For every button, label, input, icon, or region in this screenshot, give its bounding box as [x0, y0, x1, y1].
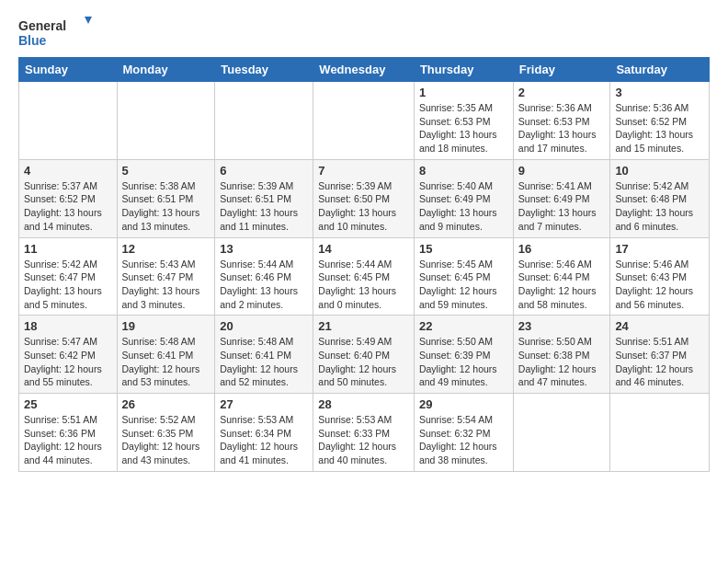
day-number: 2 [518, 86, 606, 99]
day-info: Sunrise: 5:36 AM Sunset: 6:52 PM Dayligh… [615, 101, 704, 155]
day-number: 11 [24, 242, 112, 256]
day-info: Sunrise: 5:39 AM Sunset: 6:51 PM Dayligh… [220, 179, 308, 234]
calendar-cell [513, 394, 610, 472]
day-number: 9 [518, 164, 606, 178]
day-number: 22 [419, 319, 508, 333]
day-header-wednesday: Wednesday [313, 58, 415, 82]
calendar-cell: 22Sunrise: 5:50 AM Sunset: 6:39 PM Dayli… [414, 316, 513, 394]
day-number: 29 [419, 397, 508, 411]
day-number: 24 [615, 319, 704, 333]
logo: General Blue [18, 15, 92, 52]
calendar-cell: 28Sunrise: 5:53 AM Sunset: 6:33 PM Dayli… [313, 394, 415, 472]
day-info: Sunrise: 5:42 AM Sunset: 6:48 PM Dayligh… [615, 179, 704, 234]
calendar-cell: 14Sunrise: 5:44 AM Sunset: 6:45 PM Dayli… [313, 237, 415, 316]
day-number: 18 [24, 319, 112, 333]
day-info: Sunrise: 5:48 AM Sunset: 6:41 PM Dayligh… [220, 335, 308, 389]
day-header-sunday: Sunday [19, 58, 118, 82]
calendar: SundayMondayTuesdayWednesdayThursdayFrid… [18, 57, 710, 472]
day-header-monday: Monday [117, 58, 215, 82]
calendar-cell: 5Sunrise: 5:38 AM Sunset: 6:51 PM Daylig… [117, 159, 215, 237]
day-number: 12 [122, 242, 210, 256]
calendar-cell: 18Sunrise: 5:47 AM Sunset: 6:42 PM Dayli… [19, 316, 118, 394]
day-info: Sunrise: 5:46 AM Sunset: 6:44 PM Dayligh… [518, 258, 606, 312]
calendar-cell: 20Sunrise: 5:48 AM Sunset: 6:41 PM Dayli… [215, 316, 313, 394]
day-number: 26 [122, 397, 210, 411]
calendar-cell: 11Sunrise: 5:42 AM Sunset: 6:47 PM Dayli… [19, 237, 118, 316]
calendar-cell: 21Sunrise: 5:49 AM Sunset: 6:40 PM Dayli… [313, 316, 415, 394]
day-number: 6 [220, 164, 308, 178]
day-number: 16 [518, 242, 606, 256]
day-info: Sunrise: 5:41 AM Sunset: 6:49 PM Dayligh… [518, 179, 606, 234]
day-number: 7 [318, 164, 409, 178]
day-number: 20 [220, 319, 308, 333]
day-number: 21 [318, 319, 409, 333]
day-info: Sunrise: 5:47 AM Sunset: 6:42 PM Dayligh… [24, 335, 112, 389]
day-info: Sunrise: 5:39 AM Sunset: 6:50 PM Dayligh… [318, 179, 409, 234]
day-number: 5 [122, 164, 210, 178]
day-number: 19 [122, 319, 210, 333]
calendar-cell: 23Sunrise: 5:50 AM Sunset: 6:38 PM Dayli… [513, 316, 610, 394]
day-info: Sunrise: 5:40 AM Sunset: 6:49 PM Dayligh… [419, 179, 508, 234]
calendar-cell: 10Sunrise: 5:42 AM Sunset: 6:48 PM Dayli… [610, 159, 710, 237]
day-number: 28 [318, 397, 409, 411]
calendar-cell: 2Sunrise: 5:36 AM Sunset: 6:53 PM Daylig… [513, 82, 610, 160]
calendar-cell [117, 82, 215, 160]
day-info: Sunrise: 5:53 AM Sunset: 6:34 PM Dayligh… [220, 413, 308, 467]
svg-marker-2 [85, 17, 92, 24]
day-info: Sunrise: 5:43 AM Sunset: 6:47 PM Dayligh… [122, 258, 210, 312]
day-number: 3 [615, 86, 704, 99]
calendar-cell: 3Sunrise: 5:36 AM Sunset: 6:52 PM Daylig… [610, 82, 710, 160]
calendar-cell: 6Sunrise: 5:39 AM Sunset: 6:51 PM Daylig… [215, 159, 313, 237]
day-info: Sunrise: 5:44 AM Sunset: 6:45 PM Dayligh… [318, 258, 409, 312]
day-header-tuesday: Tuesday [215, 58, 313, 82]
day-info: Sunrise: 5:45 AM Sunset: 6:45 PM Dayligh… [419, 258, 508, 312]
calendar-cell [610, 394, 710, 472]
day-info: Sunrise: 5:51 AM Sunset: 6:36 PM Dayligh… [24, 413, 112, 467]
day-info: Sunrise: 5:38 AM Sunset: 6:51 PM Dayligh… [122, 179, 210, 234]
logo-svg: General Blue [18, 15, 92, 52]
day-info: Sunrise: 5:50 AM Sunset: 6:38 PM Dayligh… [518, 335, 606, 389]
calendar-cell: 25Sunrise: 5:51 AM Sunset: 6:36 PM Dayli… [19, 394, 118, 472]
day-number: 4 [24, 164, 112, 178]
day-info: Sunrise: 5:46 AM Sunset: 6:43 PM Dayligh… [615, 258, 704, 312]
day-info: Sunrise: 5:51 AM Sunset: 6:37 PM Dayligh… [615, 335, 704, 389]
calendar-cell: 17Sunrise: 5:46 AM Sunset: 6:43 PM Dayli… [610, 237, 710, 316]
day-header-saturday: Saturday [610, 58, 710, 82]
calendar-cell: 16Sunrise: 5:46 AM Sunset: 6:44 PM Dayli… [513, 237, 610, 316]
calendar-cell: 8Sunrise: 5:40 AM Sunset: 6:49 PM Daylig… [414, 159, 513, 237]
day-number: 13 [220, 242, 308, 256]
day-number: 27 [220, 397, 308, 411]
calendar-cell: 1Sunrise: 5:35 AM Sunset: 6:53 PM Daylig… [414, 82, 513, 160]
day-header-friday: Friday [513, 58, 610, 82]
day-header-thursday: Thursday [414, 58, 513, 82]
day-number: 17 [615, 242, 704, 256]
calendar-cell: 26Sunrise: 5:52 AM Sunset: 6:35 PM Dayli… [117, 394, 215, 472]
day-info: Sunrise: 5:42 AM Sunset: 6:47 PM Dayligh… [24, 258, 112, 312]
day-info: Sunrise: 5:49 AM Sunset: 6:40 PM Dayligh… [318, 335, 409, 389]
day-info: Sunrise: 5:53 AM Sunset: 6:33 PM Dayligh… [318, 413, 409, 467]
day-info: Sunrise: 5:50 AM Sunset: 6:39 PM Dayligh… [419, 335, 508, 389]
day-info: Sunrise: 5:37 AM Sunset: 6:52 PM Dayligh… [24, 179, 112, 234]
calendar-cell: 19Sunrise: 5:48 AM Sunset: 6:41 PM Dayli… [117, 316, 215, 394]
day-info: Sunrise: 5:36 AM Sunset: 6:53 PM Dayligh… [518, 101, 606, 155]
calendar-cell: 29Sunrise: 5:54 AM Sunset: 6:32 PM Dayli… [414, 394, 513, 472]
day-number: 14 [318, 242, 409, 256]
calendar-cell: 12Sunrise: 5:43 AM Sunset: 6:47 PM Dayli… [117, 237, 215, 316]
calendar-cell [19, 82, 118, 160]
calendar-cell: 27Sunrise: 5:53 AM Sunset: 6:34 PM Dayli… [215, 394, 313, 472]
day-number: 15 [419, 242, 508, 256]
calendar-cell: 13Sunrise: 5:44 AM Sunset: 6:46 PM Dayli… [215, 237, 313, 316]
day-info: Sunrise: 5:35 AM Sunset: 6:53 PM Dayligh… [419, 101, 508, 155]
day-number: 10 [615, 164, 704, 178]
calendar-cell: 15Sunrise: 5:45 AM Sunset: 6:45 PM Dayli… [414, 237, 513, 316]
day-number: 25 [24, 397, 112, 411]
calendar-cell: 7Sunrise: 5:39 AM Sunset: 6:50 PM Daylig… [313, 159, 415, 237]
day-info: Sunrise: 5:44 AM Sunset: 6:46 PM Dayligh… [220, 258, 308, 312]
day-number: 23 [518, 319, 606, 333]
calendar-cell: 24Sunrise: 5:51 AM Sunset: 6:37 PM Dayli… [610, 316, 710, 394]
calendar-cell: 4Sunrise: 5:37 AM Sunset: 6:52 PM Daylig… [19, 159, 118, 237]
calendar-cell [313, 82, 415, 160]
day-info: Sunrise: 5:54 AM Sunset: 6:32 PM Dayligh… [419, 413, 508, 467]
calendar-cell [215, 82, 313, 160]
day-number: 1 [419, 86, 508, 99]
